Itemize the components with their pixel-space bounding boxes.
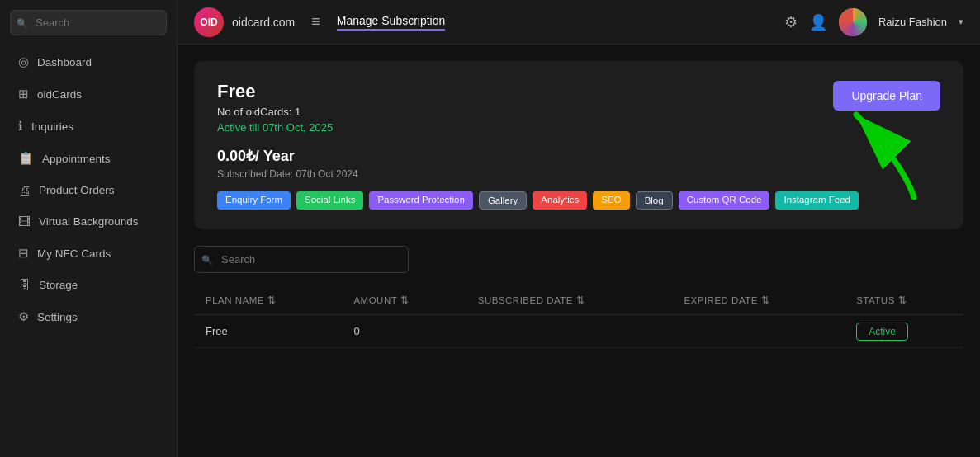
nfc-cards-icon: ⊟	[18, 246, 29, 261]
sidebar-item-label: Product Orders	[39, 184, 115, 196]
plan-subscribed-date: Subscribed Date: 07th Oct 2024	[217, 168, 940, 180]
sidebar-item-dashboard[interactable]: ◎ Dashboard	[5, 46, 172, 78]
logo-circle: OID	[194, 7, 224, 37]
main-area: OID oidcard.com ≡ Manage Subscription ⚙ …	[178, 0, 980, 457]
search-bar	[194, 246, 409, 273]
col-subscribed-date[interactable]: SUBSCRIBED DATE ⇅	[466, 286, 673, 315]
sidebar-item-label: Appointments	[42, 153, 111, 165]
sidebar-nav: ◎ Dashboard ⊞ oidCards ℹ Inquiries 📋 App…	[0, 42, 177, 457]
sidebar-item-storage[interactable]: 🗄 Storage	[5, 270, 172, 300]
hamburger-icon[interactable]: ≡	[311, 13, 320, 31]
sidebar-item-settings[interactable]: ⚙ Settings	[5, 301, 172, 332]
sidebar-item-label: Settings	[37, 311, 78, 323]
logo-text: oidcard.com	[232, 16, 295, 29]
tag-password-protection: Password Protection	[369, 191, 472, 210]
sidebar: ◎ Dashboard ⊞ oidCards ℹ Inquiries 📋 App…	[0, 0, 178, 457]
search-input[interactable]	[194, 246, 409, 273]
sidebar-item-label: oidCards	[37, 88, 82, 101]
cell-amount: 0	[342, 315, 466, 348]
plan-active-till: Active till 07th Oct, 2025	[217, 121, 940, 134]
tag-enquiry-form: Enquiry Form	[217, 191, 291, 210]
inquiries-icon: ℹ	[18, 119, 23, 134]
table-row: Free 0 Active	[194, 315, 963, 348]
plan-name: Free	[217, 81, 940, 102]
col-plan-name[interactable]: PLAN NAME ⇅	[194, 286, 342, 315]
sidebar-search-wrap	[0, 0, 177, 42]
storage-icon: 🗄	[18, 278, 31, 292]
table-header-row: PLAN NAME ⇅ AMOUNT ⇅ SUBSCRIBED DATE ⇅ E…	[194, 286, 963, 315]
product-orders-icon: 🖨	[18, 183, 31, 197]
plan-tags: Enquiry Form Social Links Password Prote…	[217, 191, 940, 210]
virtual-backgrounds-icon: 🎞	[18, 214, 31, 228]
sidebar-item-my-nfc-cards[interactable]: ⊟ My NFC Cards	[5, 238, 172, 269]
cell-plan-name: Free	[194, 315, 342, 348]
sidebar-item-label: Virtual Backgrounds	[39, 215, 139, 228]
sidebar-item-product-orders[interactable]: 🖨 Product Orders	[5, 175, 172, 205]
tag-social-links: Social Links	[296, 191, 363, 210]
col-status[interactable]: STATUS ⇅	[845, 286, 963, 315]
col-amount[interactable]: AMOUNT ⇅	[342, 286, 466, 315]
page-title: Manage Subscription	[337, 14, 446, 31]
cell-status: Active	[845, 315, 963, 348]
tag-analytics: Analytics	[533, 191, 587, 210]
logo-initials: OID	[200, 16, 217, 28]
topbar-right: ⚙ 👤 Raizu Fashion ▾	[784, 8, 963, 36]
content: Free No of oidCards: 1 Active till 07th …	[178, 45, 980, 457]
sidebar-item-inquiries[interactable]: ℹ Inquiries	[5, 111, 172, 142]
tag-seo: SEO	[593, 191, 629, 210]
plan-cards-count: No of oidCards: 1	[217, 106, 940, 118]
sidebar-item-label: Inquiries	[31, 120, 73, 133]
avatar[interactable]	[839, 8, 867, 36]
username: Raizu Fashion	[878, 16, 947, 28]
sidebar-search-input[interactable]	[10, 10, 167, 35]
tag-instagram-feed: Instagram Feed	[775, 191, 859, 210]
subscription-card: Free No of oidCards: 1 Active till 07th …	[194, 61, 963, 229]
status-badge: Active	[856, 323, 908, 341]
col-expired-date[interactable]: EXPIRED DATE ⇅	[672, 286, 845, 315]
sidebar-item-oidcards[interactable]: ⊞ oidCards	[5, 78, 172, 110]
topbar: OID oidcard.com ≡ Manage Subscription ⚙ …	[178, 0, 980, 45]
oidcards-icon: ⊞	[18, 87, 29, 101]
cell-subscribed-date	[466, 315, 673, 348]
cell-expired-date	[672, 315, 845, 348]
sidebar-item-label: Storage	[39, 279, 78, 291]
table-search-wrap	[194, 246, 963, 273]
dashboard-icon: ◎	[18, 54, 29, 69]
tag-gallery: Gallery	[479, 191, 527, 210]
sidebar-item-virtual-backgrounds[interactable]: 🎞 Virtual Backgrounds	[5, 206, 172, 237]
logo: OID oidcard.com	[194, 7, 295, 37]
upgrade-plan-button[interactable]: Upgrade Plan	[833, 81, 940, 111]
appointments-icon: 📋	[18, 151, 34, 166]
subscription-table: PLAN NAME ⇅ AMOUNT ⇅ SUBSCRIBED DATE ⇅ E…	[194, 286, 963, 348]
sidebar-item-label: Dashboard	[37, 56, 92, 68]
user-icon[interactable]: 👤	[809, 13, 827, 31]
sidebar-item-label: My NFC Cards	[37, 247, 111, 260]
chevron-down-icon[interactable]: ▾	[959, 16, 963, 27]
sidebar-item-appointments[interactable]: 📋 Appointments	[5, 143, 172, 174]
tag-blog: Blog	[636, 191, 673, 210]
plan-price: 0.00₺/ Year	[217, 147, 940, 165]
settings-icon: ⚙	[18, 309, 29, 324]
settings-gear-icon[interactable]: ⚙	[784, 13, 798, 31]
tag-custom-qr: Custom QR Code	[679, 191, 770, 210]
